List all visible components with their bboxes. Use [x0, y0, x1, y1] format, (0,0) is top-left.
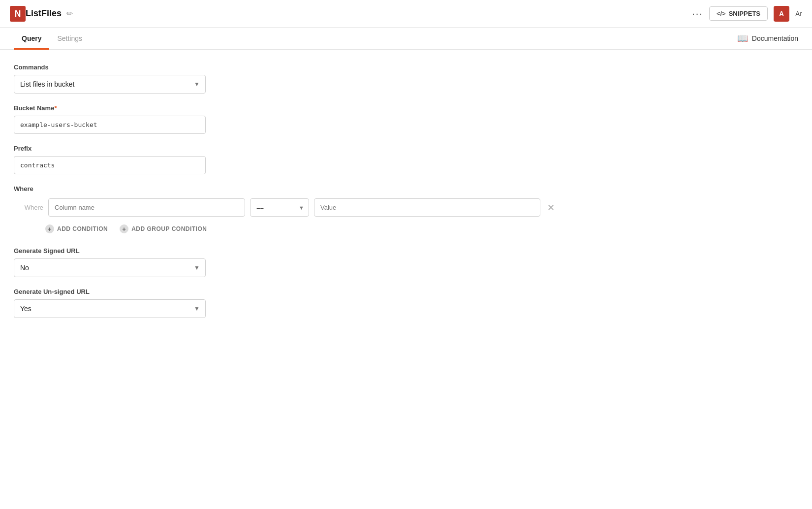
- snippets-button[interactable]: </> SNIPPETS: [709, 6, 768, 21]
- value-input[interactable]: [314, 198, 540, 217]
- generate-signed-url-section: Generate Signed URL No Yes ▼: [14, 247, 675, 277]
- app-name: Ar: [795, 10, 802, 18]
- topbar-right: ··· </> SNIPPETS A Ar: [692, 6, 802, 22]
- code-icon: </>: [717, 10, 726, 17]
- bucket-name-label: Bucket Name*: [14, 104, 675, 112]
- book-icon: 📖: [737, 33, 748, 44]
- close-icon[interactable]: ✕: [545, 201, 557, 214]
- tab-query[interactable]: Query: [14, 28, 49, 50]
- where-row: Where == != > < >= <= ▼ ✕: [19, 198, 675, 217]
- tab-settings[interactable]: Settings: [49, 28, 90, 50]
- operator-wrapper: == != > < >= <= ▼: [250, 198, 309, 217]
- docs-link[interactable]: 📖 Documentation: [737, 33, 798, 44]
- generate-unsigned-url-select[interactable]: Yes No: [14, 299, 206, 318]
- topbar: N ListFiles ✏ ··· </> SNIPPETS A Ar: [0, 0, 812, 28]
- generate-unsigned-url-wrapper: Yes No ▼: [14, 299, 206, 318]
- tabs-bar: Query Settings 📖 Documentation: [0, 28, 812, 50]
- where-row-label: Where: [19, 204, 43, 211]
- docs-label: Documentation: [752, 34, 798, 42]
- avatar-letter: A: [779, 10, 784, 18]
- tabs: Query Settings: [14, 28, 90, 49]
- prefix-section: Prefix: [14, 145, 675, 174]
- add-condition-button[interactable]: + ADD CONDITION: [45, 222, 108, 236]
- commands-section: Commands List files in bucket Upload fil…: [14, 64, 675, 94]
- prefix-input[interactable]: [14, 156, 206, 174]
- bucket-name-input[interactable]: [14, 116, 206, 134]
- commands-label: Commands: [14, 64, 675, 71]
- column-name-input[interactable]: [48, 198, 245, 217]
- add-condition-label: ADD CONDITION: [57, 225, 108, 232]
- main-content: Commands List files in bucket Upload fil…: [0, 50, 689, 343]
- generate-signed-url-select[interactable]: No Yes: [14, 258, 206, 277]
- generate-unsigned-url-section: Generate Un-signed URL Yes No ▼: [14, 288, 675, 318]
- svg-text:N: N: [15, 9, 21, 19]
- add-group-condition-label: ADD GROUP CONDITION: [131, 225, 207, 232]
- add-group-condition-button[interactable]: + ADD GROUP CONDITION: [120, 222, 207, 236]
- generate-signed-url-label: Generate Signed URL: [14, 247, 675, 254]
- snippets-label: SNIPPETS: [729, 10, 760, 17]
- aws-logo: N: [10, 6, 26, 22]
- operator-select[interactable]: == != > < >= <=: [250, 198, 309, 217]
- add-condition-icon: +: [45, 224, 54, 233]
- add-conditions-row: + ADD CONDITION + ADD GROUP CONDITION: [45, 222, 675, 236]
- add-group-condition-icon: +: [120, 224, 128, 233]
- commands-select[interactable]: List files in bucket Upload file Downloa…: [14, 75, 206, 94]
- commands-select-wrapper: List files in bucket Upload file Downloa…: [14, 75, 206, 94]
- where-title: Where: [14, 185, 675, 192]
- prefix-label: Prefix: [14, 145, 675, 152]
- where-section: Where Where == != > < >= <= ▼ ✕ + AD: [14, 185, 675, 236]
- generate-unsigned-url-label: Generate Un-signed URL: [14, 288, 675, 295]
- avatar: A: [774, 6, 789, 22]
- edit-icon[interactable]: ✏: [66, 9, 73, 18]
- app-title: ListFiles: [26, 8, 62, 19]
- more-options-icon[interactable]: ···: [692, 8, 703, 19]
- bucket-name-section: Bucket Name*: [14, 104, 675, 134]
- required-star: *: [54, 104, 57, 112]
- generate-signed-url-wrapper: No Yes ▼: [14, 258, 206, 277]
